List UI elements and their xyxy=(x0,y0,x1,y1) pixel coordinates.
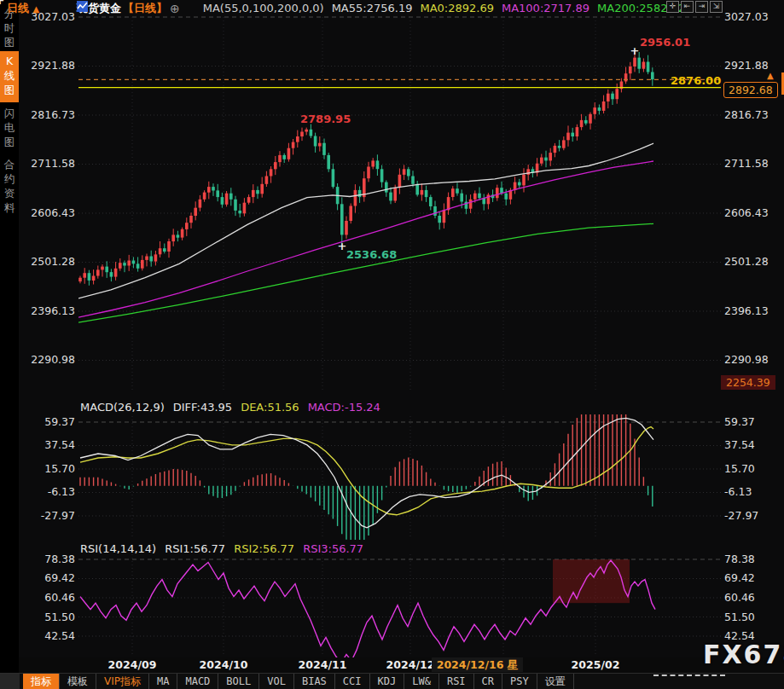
watermark-logo: FX678 xyxy=(703,640,784,669)
y-axis-label: 69.42 xyxy=(22,571,75,584)
low-price-badge: 2254.39 xyxy=(721,375,775,390)
y-axis-label: -6.13 xyxy=(724,485,781,498)
y-axis-label: 2606.43 xyxy=(22,206,75,219)
toolbar-item-CR[interactable]: CR xyxy=(474,674,502,689)
y-axis-label: 2711.58 xyxy=(22,157,75,170)
date-tick: 2024/12 xyxy=(386,658,435,671)
toolbar-corner-stub xyxy=(0,674,20,689)
date-axis-row: 2024/092024/102024/112024/122025/022024/… xyxy=(19,657,784,673)
indicator-header-item: MACD(26,12,9) xyxy=(80,401,165,414)
y-axis-label: 2501.28 xyxy=(22,255,75,268)
hline-price-label: 2876.00 xyxy=(671,74,721,87)
rsi-header: RSI(14,14,14)RSI1:56.77RSI2:56.77RSI3:56… xyxy=(80,542,372,555)
y-axis-label: 78.38 xyxy=(724,553,781,565)
date-tick: 2024/10 xyxy=(200,658,248,671)
y-axis-label: 2606.43 xyxy=(724,206,781,219)
toolbar-item-PSY[interactable]: PSY xyxy=(502,674,537,689)
crosshair-date-label: 2024/12/16 星期一 xyxy=(432,657,523,672)
y-axis-label: 37.54 xyxy=(724,438,781,451)
date-tick: 2024/09 xyxy=(108,658,157,671)
toolbar-item-RSI[interactable]: RSI xyxy=(439,674,474,689)
y-axis-label: 37.54 xyxy=(22,438,75,451)
watermark-underline xyxy=(653,675,725,676)
price-alert-arrow-icon[interactable]: ▲ xyxy=(767,71,774,80)
toolbar-item-设置[interactable]: 设置 xyxy=(537,674,574,689)
y-axis-label: 2921.88 xyxy=(724,59,781,72)
annotation-high-2956: 2956.01 xyxy=(640,36,690,49)
chevron-up-icon: ▲ xyxy=(33,4,40,14)
toolbar-item-VOL[interactable]: VOL xyxy=(259,674,294,689)
toolbar-item-模板[interactable]: 模板 xyxy=(60,674,96,689)
indicator-header-item: DIFF:43.95 xyxy=(173,401,232,414)
annotation-high-2789: 2789.95 xyxy=(300,113,351,125)
indicator-header-item: RSI3:56.77 xyxy=(303,542,363,555)
low-cross-marker: + xyxy=(338,240,347,252)
y-axis-label: 2290.98 xyxy=(22,353,75,366)
y-axis-label: 2396.13 xyxy=(22,304,75,317)
toolbar-item-指标[interactable]: 指标 xyxy=(23,674,60,689)
high-cross-marker: + xyxy=(630,43,640,56)
y-axis-label: 59.37 xyxy=(724,415,781,428)
y-axis-label: 51.50 xyxy=(724,611,781,623)
y-axis-label: 51.50 xyxy=(22,611,75,623)
y-axis-label: 2921.88 xyxy=(22,59,75,72)
indicator-header-item: RSI1:56.77 xyxy=(165,542,225,555)
toolbar-item-BOLL[interactable]: BOLL xyxy=(218,674,259,689)
y-axis-label: 60.46 xyxy=(22,591,75,604)
toolbar-item-BIAS[interactable]: BIAS xyxy=(294,674,335,689)
y-axis-label: -6.13 xyxy=(22,485,75,498)
last-price-badge: 2892.68 xyxy=(723,82,778,98)
annotation-low-2536: 2536.68 xyxy=(346,248,397,261)
high-cross-marker-2: + xyxy=(0,0,4,7)
toolbar-item-VIP指标[interactable]: VIP指标 xyxy=(96,674,149,689)
chart-application-window: 分 时 图K 线 图闪 电 图合 约 资 料 现货黄金 【日线】 ⊕ MA(55… xyxy=(0,0,784,689)
y-axis-label: -27.97 xyxy=(22,509,75,522)
toolbar-item-CCI[interactable]: CCI xyxy=(335,674,370,689)
indicator-header-item: DEA:51.56 xyxy=(241,401,299,414)
toolbar-item-LW&[interactable]: LW& xyxy=(404,674,439,689)
indicator-header-item: RSI2:56.77 xyxy=(234,542,294,555)
indicator-header-item: RSI(14,14,14) xyxy=(80,542,156,555)
y-axis-label: 2711.58 xyxy=(724,157,781,170)
toolbar-item-MACD[interactable]: MACD xyxy=(177,674,218,689)
indicator-header-item: MACD:-15.24 xyxy=(308,401,380,414)
y-axis-label: 2816.73 xyxy=(22,108,75,121)
y-axis-label: 3027.03 xyxy=(724,10,781,23)
y-axis-label: 15.70 xyxy=(724,462,781,475)
toolbar-item-KDJ[interactable]: KDJ xyxy=(370,674,405,689)
toolbar-item-MA[interactable]: MA xyxy=(149,674,177,689)
date-tick: 2024/11 xyxy=(299,658,347,671)
y-axis-label: 2816.73 xyxy=(724,108,781,121)
y-axis-label: 78.38 xyxy=(22,553,75,565)
y-axis-label: 2290.98 xyxy=(724,353,781,366)
y-axis-label: 60.46 xyxy=(724,591,781,604)
y-axis-label: 15.70 xyxy=(22,462,75,475)
y-axis-label: 59.37 xyxy=(22,415,75,428)
period-selector[interactable]: 日线 ▲ xyxy=(7,1,39,16)
date-tick: 2025/02 xyxy=(572,658,620,671)
y-axis-label: 2396.13 xyxy=(724,304,781,317)
chart-plot-area[interactable] xyxy=(0,0,784,689)
y-axis-label: 2501.28 xyxy=(724,255,781,268)
y-axis-label: -27.97 xyxy=(724,509,781,522)
macd-header: MACD(26,12,9)DIFF:43.95DEA:51.56MACD:-15… xyxy=(80,401,389,414)
y-axis-label: 42.54 xyxy=(22,629,75,642)
y-axis-label: 69.42 xyxy=(724,571,781,584)
